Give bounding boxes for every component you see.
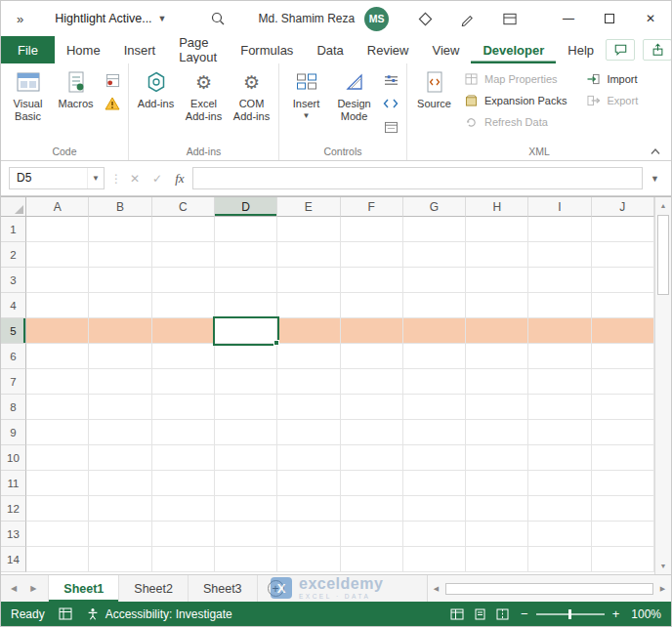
cell-J14[interactable] [592,547,654,572]
cell-C10[interactable] [152,445,215,471]
cell-G12[interactable] [403,496,466,522]
cell-H1[interactable] [466,217,528,242]
share-button[interactable] [643,39,672,61]
cell-D4[interactable] [215,293,277,318]
cell-C6[interactable] [152,344,215,369]
zoom-out-button[interactable]: − [521,606,528,621]
row-header-13[interactable]: 13 [1,522,26,547]
cell-D9[interactable] [215,420,277,445]
cell-B2[interactable] [89,242,151,268]
cell-G2[interactable] [403,242,466,268]
cell-I11[interactable] [528,471,591,496]
vertical-scroll-thumb[interactable] [657,215,669,295]
cell-F3[interactable] [341,268,403,293]
tab-review[interactable]: Review [356,36,421,63]
cell-A7[interactable] [26,369,89,395]
cell-F1[interactable] [341,217,403,242]
cell-I2[interactable] [528,242,591,268]
minimize-button[interactable]: — [548,1,589,36]
row-header-11[interactable]: 11 [1,471,26,496]
cell-E2[interactable] [277,242,340,268]
cell-B12[interactable] [89,496,151,522]
cell-E7[interactable] [277,369,340,395]
cell-F12[interactable] [341,496,403,522]
zoom-in-button[interactable]: + [612,606,620,621]
cell-C12[interactable] [152,496,215,522]
scroll-down-icon[interactable]: ▼ [655,558,671,574]
cell-F10[interactable] [341,445,403,471]
cell-H3[interactable] [466,268,528,293]
column-header-C[interactable]: C [152,197,215,217]
cell-D13[interactable] [215,522,277,547]
cell-B7[interactable] [89,369,151,395]
tab-view[interactable]: View [420,36,471,63]
normal-view-icon[interactable] [450,608,464,620]
sheet-tab-sheet2[interactable]: Sheet2 [119,575,189,602]
ribbon-display-options-icon[interactable] [502,12,518,26]
horizontal-scroll-thumb[interactable] [445,583,653,595]
run-dialog-icon[interactable] [382,119,399,135]
row-header-2[interactable]: 2 [1,242,26,268]
cell-E3[interactable] [277,268,340,293]
row-header-14[interactable]: 14 [1,547,26,572]
cell-F9[interactable] [341,420,403,445]
cell-J3[interactable] [592,268,654,293]
cell-H12[interactable] [466,496,528,522]
cell-E11[interactable] [277,471,340,496]
cell-B13[interactable] [89,522,151,547]
formula-input[interactable] [192,167,644,189]
cell-G7[interactable] [403,369,466,395]
cell-I14[interactable] [528,547,591,572]
cell-I10[interactable] [528,445,591,471]
cell-B1[interactable] [89,217,151,242]
tab-page-layout[interactable]: Page Layout [167,36,229,63]
row-header-3[interactable]: 3 [1,268,26,293]
tab-help[interactable]: Help [556,36,606,63]
cell-G14[interactable] [403,547,466,572]
zoom-level[interactable]: 100% [631,607,661,621]
cell-J1[interactable] [592,217,654,242]
cell-I9[interactable] [528,420,591,445]
cell-B8[interactable] [89,395,151,420]
excel-addins-button[interactable]: ⚙ Excel Add-ins [180,64,228,143]
column-header-H[interactable]: H [466,197,528,217]
scroll-right-icon[interactable]: ▶ [654,575,671,602]
source-button[interactable]: Source [410,64,458,143]
design-mode-button[interactable]: Design Mode [330,64,378,143]
expansion-packs-button[interactable]: Expansion Packs [458,90,570,111]
insert-controls-button[interactable]: Insert ▼ [282,64,330,143]
cell-E13[interactable] [277,522,340,547]
zoom-slider-thumb[interactable] [568,609,571,619]
comments-button[interactable] [606,39,635,61]
cell-E9[interactable] [277,420,340,445]
row-header-5[interactable]: 5 [1,318,26,344]
cell-A6[interactable] [26,344,89,369]
cell-D1[interactable] [215,217,277,242]
cell-A13[interactable] [26,522,89,547]
cell-F2[interactable] [341,242,403,268]
cell-E1[interactable] [277,217,340,242]
cell-C7[interactable] [152,369,215,395]
sheet-nav-prev-icon[interactable]: ◀ [11,584,17,593]
cell-C3[interactable] [152,268,215,293]
cell-I8[interactable] [528,395,591,420]
quick-access-overflow-button[interactable]: » [17,12,23,26]
cell-F8[interactable] [341,395,403,420]
sheet-nav-next-icon[interactable]: ▶ [30,584,36,593]
cell-D6[interactable] [215,344,277,369]
cell-J12[interactable] [592,496,654,522]
cell-C14[interactable] [152,547,215,572]
cell-H7[interactable] [466,369,528,395]
cell-I6[interactable] [528,344,591,369]
com-addins-button[interactable]: ⚙ COM Add-ins [228,64,275,143]
cell-E4[interactable] [277,293,340,318]
row-header-8[interactable]: 8 [1,395,26,420]
cell-J5[interactable] [592,318,654,344]
macro-record-icon[interactable] [59,607,72,620]
scroll-left-icon[interactable]: ◀ [428,575,444,602]
import-button[interactable]: Import [580,68,642,90]
cell-A5[interactable] [26,318,89,344]
cell-D3[interactable] [215,268,277,293]
cell-G4[interactable] [403,293,466,318]
cell-J7[interactable] [592,369,654,395]
